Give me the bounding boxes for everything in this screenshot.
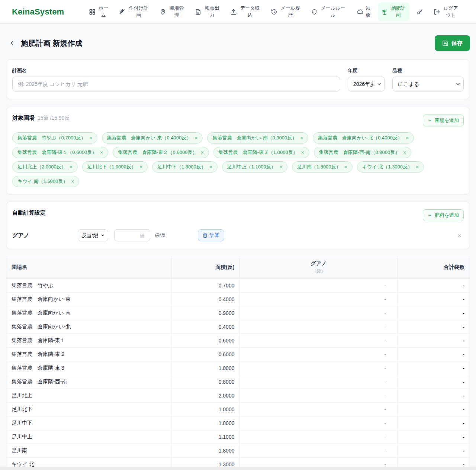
- cell-field-name: 集落営農 倉庫隣-東１: [6, 334, 172, 348]
- add-field-button[interactable]: ＋ 圃場を追加: [423, 115, 464, 126]
- cell-area: 0.7000: [172, 279, 240, 293]
- brand-logo[interactable]: KeinaSystem: [12, 7, 64, 17]
- save-icon: [442, 40, 448, 46]
- remove-field-icon[interactable]: ×: [70, 164, 73, 170]
- chevron-left-icon: [8, 39, 16, 47]
- nav-item-field-management[interactable]: 圃場管理: [156, 3, 188, 20]
- cell-field-name: 足川北下: [6, 403, 172, 416]
- calc-mode-select[interactable]: 反当袋数: [78, 229, 108, 241]
- wheat-icon: [119, 9, 126, 15]
- logout-icon: [434, 9, 440, 15]
- cell-field-name: 集落営農 倉庫隣-東２: [6, 348, 172, 361]
- cell-field-name: 足川中上: [6, 430, 172, 444]
- nav-item-label: 圃場管理: [169, 5, 185, 18]
- field-tag-label: 足川南（1.8000反）: [297, 164, 341, 170]
- cell-guano-bags: -: [240, 334, 398, 348]
- cell-guano-bags: -: [240, 375, 398, 389]
- remove-field-icon[interactable]: ×: [301, 150, 304, 155]
- cell-total-bags: -: [398, 389, 470, 403]
- cell-area: 0.4000: [172, 320, 240, 334]
- nav-menu: ホーム 作付け計画 圃場管理 帳票出力 データ取込 メール履歴 メールルール: [82, 3, 466, 20]
- cell-field-name: 集落営農 倉庫向かい-東: [6, 293, 172, 306]
- field-tag: 集落営農 倉庫向かい-南（0.9000反） ×: [207, 132, 308, 144]
- save-button[interactable]: 保存: [435, 35, 470, 51]
- table-row: 集落営農 竹やぶ 0.7000 - -: [6, 279, 470, 293]
- field-tag-label: 集落営農 倉庫向かい-北（0.4000反）: [318, 135, 402, 141]
- horizontal-scrollbar[interactable]: [0, 467, 476, 470]
- nav-item-mail-rules[interactable]: メールルール: [308, 3, 349, 20]
- cell-total-bags: -: [398, 320, 470, 334]
- nav-item-home[interactable]: ホーム: [86, 3, 112, 20]
- field-tag-label: 足川中上（1.1000反）: [227, 164, 276, 170]
- remove-field-icon[interactable]: ×: [71, 179, 74, 184]
- cell-guano-bags: -: [240, 320, 398, 334]
- cell-total-bags: -: [398, 348, 470, 361]
- cell-area: 1.8000: [172, 416, 240, 430]
- auto-calc-card: 自動計算設定 ＋ 肥料を追加 グアノ 反当袋数 袋/反 計算 ×: [6, 202, 470, 249]
- remove-fertilizer-button[interactable]: ×: [455, 232, 464, 239]
- calc-unit-label: 袋/反: [155, 232, 166, 239]
- field-tag-label: 集落営農 倉庫向かい-南（0.9000反）: [212, 135, 297, 141]
- field-tag: 足川南（1.8000反） ×: [292, 161, 353, 173]
- calc-value-input[interactable]: [114, 229, 150, 241]
- table-row: 足川中上 1.1000 - -: [6, 430, 470, 444]
- target-fields-title: 対象圃場: [12, 115, 35, 122]
- sprout-icon: [381, 9, 388, 15]
- remove-field-icon[interactable]: ×: [416, 164, 419, 170]
- remove-field-icon[interactable]: ×: [139, 164, 142, 170]
- cell-field-name: 集落営農 竹やぶ: [6, 279, 172, 293]
- table-row: 足川北下 1.0000 - -: [6, 403, 470, 416]
- nav-item-fertilization-plan[interactable]: 施肥計画: [378, 3, 410, 20]
- remove-field-icon[interactable]: ×: [194, 135, 197, 141]
- remove-field-icon[interactable]: ×: [406, 135, 409, 141]
- cell-total-bags: -: [398, 375, 470, 389]
- col-header-total-bags: 合計袋数: [398, 256, 470, 279]
- field-tag: キウイ 北（1.3000反） ×: [357, 161, 424, 173]
- nav-item-label: メールルール: [320, 5, 346, 18]
- nav-item-mail-history[interactable]: メール履歴: [267, 3, 304, 20]
- field-tag-label: 足川北下（1.0000反）: [87, 164, 136, 170]
- remove-field-icon[interactable]: ×: [300, 135, 303, 141]
- field-tag: 足川北上（2.0000反） ×: [12, 161, 78, 173]
- remove-field-icon[interactable]: ×: [344, 164, 347, 170]
- plus-icon: ＋: [428, 212, 432, 219]
- year-select[interactable]: 2026年度: [348, 77, 385, 91]
- remove-field-icon[interactable]: ×: [89, 135, 92, 141]
- nav-item-weather[interactable]: 気象: [353, 3, 374, 20]
- field-tag: 足川中上（1.1000反） ×: [222, 161, 287, 173]
- nav-item-label: ログアウト: [443, 5, 459, 18]
- variety-select[interactable]: にこまる: [392, 77, 464, 91]
- remove-field-icon[interactable]: ×: [209, 164, 212, 170]
- grid-icon: [89, 9, 96, 15]
- field-tag-label: 集落営農 倉庫隣-東２（0.6000反）: [118, 149, 197, 156]
- add-fertilizer-button[interactable]: ＋ 肥料を追加: [423, 209, 464, 221]
- remove-field-icon[interactable]: ×: [200, 150, 203, 155]
- cloud-icon: [356, 9, 363, 15]
- table-row: 集落営農 倉庫向かい-北 0.4000 - -: [6, 320, 470, 334]
- cell-total-bags: -: [398, 361, 470, 375]
- nav-item-api-key[interactable]: [413, 6, 427, 17]
- field-tag: 集落営農 倉庫隣-東２（0.6000反） ×: [113, 147, 209, 158]
- back-button[interactable]: [6, 37, 18, 49]
- upload-icon: [230, 9, 237, 15]
- field-tag-label: 集落営農 倉庫隣-西-南（0.8000反）: [319, 149, 400, 156]
- field-tag: 集落営農 倉庫隣-東１（0.6000反） ×: [12, 147, 108, 158]
- nav-item-report-output[interactable]: 帳票出力: [192, 3, 223, 20]
- field-tag: 集落営農 竹やぶ（0.7000反） ×: [12, 132, 97, 144]
- calculate-button[interactable]: 計算: [198, 229, 224, 241]
- plan-form-card: 計画名 年度 2026年度 品種 にこまる: [6, 59, 470, 99]
- plan-name-input[interactable]: [12, 77, 340, 91]
- nav-item-cropping-plan[interactable]: 作付け計画: [116, 3, 152, 20]
- table-header-row: 圃場名 面積(反) グアノ （袋） 合計袋数: [6, 256, 470, 279]
- col-header-guano: グアノ （袋）: [240, 256, 398, 279]
- remove-field-icon[interactable]: ×: [403, 150, 406, 155]
- field-tag: 足川中下（1.8000反） ×: [152, 161, 218, 173]
- remove-field-icon[interactable]: ×: [100, 150, 103, 155]
- field-tag: 集落営農 倉庫向かい-東（0.4000反） ×: [102, 132, 203, 144]
- nav-item-data-import[interactable]: データ取込: [227, 3, 264, 20]
- remove-field-icon[interactable]: ×: [279, 164, 282, 170]
- cell-area: 1.1000: [172, 430, 240, 444]
- nav-item-logout[interactable]: ログアウト: [430, 3, 462, 20]
- target-fields-summary: 15筆 /15.90反: [38, 115, 70, 122]
- cell-field-name: 集落営農 倉庫向かい-北: [6, 320, 172, 334]
